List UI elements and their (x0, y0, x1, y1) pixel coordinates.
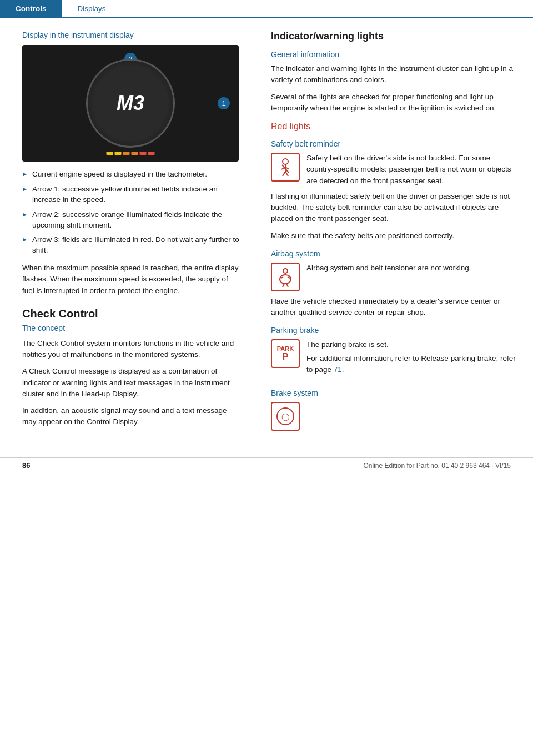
brake-circle-symbol: ◯ (281, 412, 290, 421)
general-info-para2: Several of the lights are checked for pr… (271, 92, 516, 114)
airbag-texts: Airbag system and belt tensioner are not… (306, 263, 471, 276)
airbag-title: Airbag system (271, 249, 516, 258)
tacho-label-1: 1 (218, 97, 230, 109)
general-info-title: General information (271, 50, 516, 59)
footer: 86 Online Edition for Part no. 01 40 2 9… (0, 457, 533, 473)
check-control-para3: In addition, an acoustic signal may soun… (22, 405, 242, 428)
parking-brake-text1: The parking brake is set. (306, 339, 516, 350)
bullet-text-4: Arrow 3: fields are illuminated in red. … (32, 235, 242, 256)
display-paragraph: When the maximum possible speed is reach… (22, 263, 242, 296)
list-item: ► Arrow 2: successive orange illuminated… (22, 210, 242, 231)
brake-system-icon: ◯ (271, 402, 300, 431)
bullet-arrow-icon: ► (22, 185, 28, 205)
list-item: ► Current engine speed is displayed in t… (22, 169, 242, 180)
main-content: Display in the instrument display 3 M3 1… (0, 18, 533, 446)
list-item: ► Arrow 1: successive yellow illuminated… (22, 184, 242, 205)
bullet-text-3: Arrow 2: successive orange illuminated f… (32, 210, 242, 231)
general-info-para1: The indicator and warning lights in the … (271, 63, 516, 86)
red-lights-title: Red lights (271, 122, 516, 132)
parking-brake-icon: PARK P (271, 339, 300, 368)
safety-belt-row: Safety belt on the driver's side is not … (271, 153, 516, 187)
check-control-para1: The Check Control system monitors functi… (22, 338, 242, 361)
tab-controls[interactable]: Controls (0, 0, 62, 17)
svg-line-11 (288, 277, 290, 278)
check-control-para2: A Check Control message is displayed as … (22, 366, 242, 400)
parking-brake-row: PARK P The parking brake is set. For add… (271, 339, 516, 381)
airbag-text1: Airbag system and belt tensioner are not… (306, 263, 471, 274)
safety-belt-svg (275, 157, 295, 177)
brake-circle: ◯ (276, 407, 294, 425)
header-tabs: Controls Displays (0, 0, 533, 18)
arrow-segments (107, 152, 155, 155)
svg-point-8 (280, 275, 291, 284)
airbag-icon (271, 263, 300, 291)
svg-line-4 (283, 172, 285, 176)
svg-point-7 (283, 269, 288, 273)
svg-line-13 (286, 284, 288, 287)
airbag-text2: Have the vehicle checked immediately by … (271, 296, 516, 319)
page-link-71[interactable]: 71 (334, 365, 342, 374)
indicator-warning-title: Indicator/warning lights (271, 31, 516, 42)
check-control-title: Check Control (22, 308, 242, 320)
footer-page-number: 86 (22, 461, 30, 470)
bullet-arrow-icon: ► (22, 211, 28, 231)
tacho-center-text: M3 (117, 92, 144, 115)
left-column: Display in the instrument display 3 M3 1… (0, 18, 255, 446)
right-column: Indicator/warning lights General informa… (255, 18, 533, 446)
safety-belt-text1: Safety belt on the driver's side is not … (306, 153, 516, 187)
tacho-dial: M3 (86, 59, 175, 148)
seg-red-1 (140, 152, 147, 155)
brake-system-title: Brake system (271, 389, 516, 397)
bullet-text-1: Current engine speed is displayed in the… (32, 169, 207, 180)
bullet-list: ► Current engine speed is displayed in t… (22, 169, 242, 256)
airbag-svg (275, 267, 295, 287)
seg-orange-1 (123, 152, 130, 155)
airbag-row: Airbag system and belt tensioner are not… (271, 263, 516, 291)
brake-system-row: ◯ (271, 402, 516, 431)
safety-belt-title: Safety belt reminder (271, 139, 516, 148)
parking-brake-title: Parking brake (271, 326, 516, 335)
svg-point-0 (283, 159, 288, 164)
check-control-concept-title: The concept (22, 324, 242, 332)
tab-displays[interactable]: Displays (62, 0, 122, 17)
park-label: PARK (277, 345, 294, 352)
seg-yellow-2 (115, 152, 122, 155)
bullet-arrow-icon: ► (22, 170, 28, 180)
check-control-section: Check Control The concept The Check Cont… (22, 308, 242, 428)
seg-orange-2 (132, 152, 138, 155)
bullet-text-2: Arrow 1: successive yellow illuminated f… (32, 184, 242, 205)
safety-belt-text3: Make sure that the safety belts are posi… (271, 230, 516, 241)
svg-line-12 (283, 284, 284, 287)
display-section-title: Display in the instrument display (22, 31, 242, 39)
seg-yellow-1 (107, 152, 113, 155)
parking-brake-texts: The parking brake is set. For additional… (306, 339, 516, 381)
seg-red-2 (148, 152, 155, 155)
list-item: ► Arrow 3: fields are illuminated in red… (22, 235, 242, 256)
park-p-label: P (283, 352, 289, 362)
footer-text: Online Edition for Part no. 01 40 2 963 … (363, 462, 511, 470)
parking-brake-text2: For additional information, refer to Rel… (306, 353, 516, 376)
bullet-arrow-icon: ► (22, 236, 28, 256)
safety-belt-icon (271, 153, 300, 182)
svg-line-10 (281, 277, 283, 278)
safety-belt-text2: Flashing or illuminated: safety belt on … (271, 191, 516, 225)
tachometer-image: 3 M3 1 (22, 45, 239, 162)
